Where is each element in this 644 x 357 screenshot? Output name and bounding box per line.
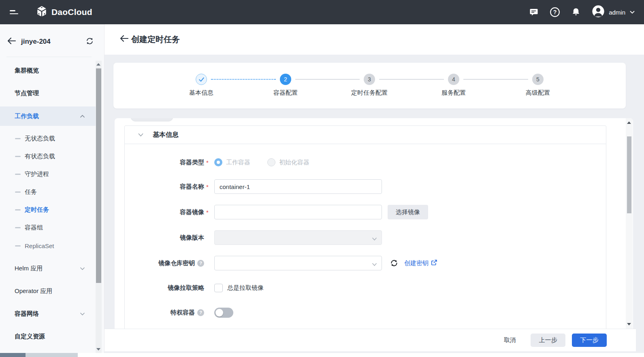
sidebar-item-replicaset[interactable]: ReplicaSet — [0, 238, 96, 254]
required-mark: * — [204, 209, 214, 216]
sidebar-item-pods[interactable]: 容器组 — [0, 219, 96, 236]
question-icon[interactable]: ? — [197, 260, 204, 267]
radio-init-container[interactable]: 初始化容器 — [267, 158, 309, 166]
container-image-input[interactable] — [214, 205, 382, 219]
chevron-down-icon — [372, 235, 377, 242]
scroll-down-arrow[interactable] — [627, 323, 631, 325]
sidebar-item-operator-apps[interactable]: Operator 应用 — [0, 282, 96, 300]
chevron-down-icon — [80, 310, 85, 317]
scrollbar-thumb[interactable] — [627, 136, 631, 213]
sidebar-group-container-network[interactable]: 容器网络 — [0, 305, 96, 323]
required-mark: * — [204, 183, 214, 190]
section-title: 基本信息 — [153, 131, 179, 139]
chevron-down-icon — [629, 8, 635, 16]
brand-name: DaoCloud — [51, 7, 92, 17]
form-panel: 基本信息 容器类型 * 工作容器 初始化容器 容器名称 * — [115, 118, 633, 329]
horizontal-scrollbar[interactable] — [0, 353, 644, 357]
step-container-config[interactable]: 2 容器配置 — [253, 74, 318, 97]
menu-icon[interactable] — [10, 8, 19, 16]
scroll-up-arrow[interactable] — [96, 63, 100, 66]
sidebar-item-cronjobs[interactable]: 定时任务 — [0, 202, 96, 218]
page-back-arrow-icon[interactable] — [120, 35, 129, 44]
radio-work-container[interactable]: 工作容器 — [214, 158, 250, 166]
sidebar-item-jobs[interactable]: 任务 — [0, 184, 96, 200]
registry-secret-select[interactable] — [214, 256, 382, 270]
basic-info-section: 基本信息 容器类型 * 工作容器 初始化容器 容器名称 * — [124, 125, 606, 329]
required-mark: * — [204, 159, 214, 166]
sidebar-group-workloads[interactable]: 工作负载 — [0, 106, 96, 126]
step-number: 2 — [280, 74, 291, 85]
sidebar-item-custom-resources[interactable]: 自定义资源 — [0, 327, 96, 345]
chat-icon[interactable] — [529, 7, 539, 17]
scrollbar-thumb[interactable] — [96, 68, 101, 283]
question-icon[interactable]: ? — [197, 309, 204, 316]
container-name-input[interactable] — [214, 179, 382, 194]
sidebar-item-statefulsets[interactable]: 有状态负载 — [0, 148, 96, 164]
step-check-icon — [196, 74, 207, 85]
image-version-label: 镜像版本 — [125, 234, 204, 242]
cluster-switch-icon[interactable] — [85, 37, 94, 47]
radio-selected-icon — [214, 158, 222, 166]
chevron-up-icon — [80, 113, 85, 120]
radio-unselected-icon — [267, 158, 275, 166]
scroll-up-arrow[interactable] — [627, 121, 631, 124]
privileged-toggle[interactable] — [214, 308, 233, 318]
sidebar-back-arrow-icon[interactable] — [7, 37, 16, 46]
next-step-button[interactable]: 下一步 — [572, 334, 607, 347]
page-title: 创建定时任务 — [131, 34, 180, 45]
step-advanced-config[interactable]: 5 高级配置 — [505, 74, 570, 97]
scrolled-tab-sliver — [130, 118, 173, 121]
always-pull-checkbox[interactable] — [214, 284, 223, 292]
help-icon[interactable]: ? — [550, 7, 560, 17]
divider — [6, 57, 92, 57]
step-cronjob-config[interactable]: 3 定时任务配置 — [337, 74, 402, 97]
sidebar-item-daemonsets[interactable]: 守护进程 — [0, 166, 96, 182]
cluster-name[interactable]: jinye-204 — [21, 38, 51, 46]
chevron-down-icon — [372, 261, 377, 268]
sidebar: jinye-204 集群概览 节点管理 工作负载 无状态负载 有状态负载 守护进… — [0, 24, 104, 353]
previous-step-button[interactable]: 上一步 — [531, 334, 565, 347]
pull-policy-label: 镜像拉取策略 — [125, 284, 204, 292]
collapse-chevron-icon[interactable] — [138, 133, 144, 137]
bell-icon[interactable] — [571, 7, 581, 17]
scroll-down-arrow[interactable] — [96, 348, 100, 351]
sidebar-scrollbar[interactable] — [96, 61, 102, 353]
avatar-icon — [592, 5, 605, 19]
wizard-footer: 取消 上一步 下一步 — [104, 329, 636, 351]
registry-secret-label: 镜像仓库密钥 ? — [125, 259, 204, 267]
top-bar: DaoCloud ? — [0, 0, 644, 24]
cancel-button[interactable]: 取消 — [504, 336, 516, 344]
sidebar-group-helm-apps[interactable]: Helm 应用 — [0, 259, 96, 277]
privileged-label: 特权容器 ? — [125, 309, 204, 317]
create-secret-link[interactable]: 创建密钥 — [404, 259, 437, 267]
user-name: admin — [609, 9, 625, 16]
step-number: 3 — [364, 74, 375, 85]
page-header: 创建定时任务 — [104, 24, 644, 55]
refresh-icon[interactable] — [390, 259, 399, 268]
container-image-label: 容器镜像 — [125, 208, 204, 216]
sidebar-item-node-management[interactable]: 节点管理 — [0, 84, 96, 102]
section-header[interactable]: 基本信息 — [125, 126, 606, 144]
step-service-config[interactable]: 4 服务配置 — [421, 74, 486, 97]
step-number: 4 — [448, 74, 459, 85]
sidebar-item-deployments[interactable]: 无状态负载 — [0, 130, 96, 147]
brand: DaoCloud — [36, 5, 92, 19]
daocloud-logo-icon — [36, 5, 48, 19]
chevron-down-icon — [80, 265, 85, 272]
always-pull-label: 总是拉取镜像 — [227, 284, 264, 292]
sidebar-item-cluster-overview[interactable]: 集群概览 — [0, 62, 96, 79]
image-version-select — [214, 230, 382, 245]
step-number: 5 — [532, 74, 544, 85]
select-image-button[interactable]: 选择镜像 — [388, 205, 428, 219]
content-scrollbar[interactable] — [626, 118, 633, 329]
external-link-icon — [431, 259, 437, 267]
wizard-stepper: 基本信息 2 容器配置 3 定时任务配置 4 服务配置 5 高级配置 — [113, 63, 626, 108]
step-basic-info[interactable]: 基本信息 — [169, 74, 234, 97]
container-name-label: 容器名称 — [125, 183, 204, 191]
scrollbar-thumb[interactable] — [0, 353, 26, 357]
container-type-label: 容器类型 — [125, 159, 204, 166]
svg-text:?: ? — [553, 9, 557, 15]
user-menu[interactable]: admin — [592, 5, 635, 19]
